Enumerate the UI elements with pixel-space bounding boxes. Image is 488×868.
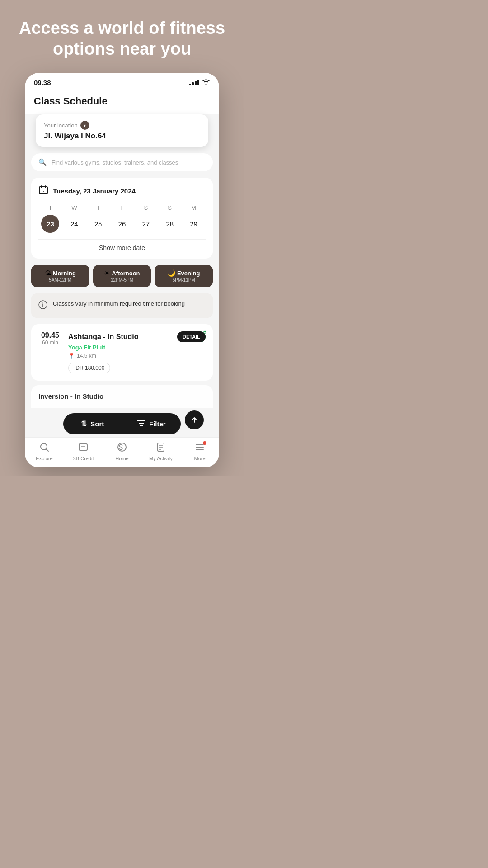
phone-frame: 09.38 Class Schedule	[25, 73, 219, 467]
class-card: 09.45 60 min Ashtanga - In Studio ✦	[31, 324, 213, 381]
explore-icon	[39, 442, 49, 454]
evening-label: Evening	[177, 270, 200, 277]
svg-rect-18	[158, 443, 164, 451]
explore-label: Explore	[36, 456, 52, 461]
date-item-28[interactable]: 28	[161, 215, 179, 233]
nav-item-sb-credit[interactable]: SB Credit	[67, 442, 99, 461]
day-label: S	[137, 204, 155, 211]
time-filters: 🌤 Morning 5AM-12PM ☀ Afternoon 12PM-5PM …	[31, 265, 213, 287]
sort-icon: ⇅	[81, 420, 87, 428]
day-label: T	[89, 204, 107, 211]
filter-button[interactable]: Filter	[122, 414, 181, 434]
morning-filter[interactable]: 🌤 Morning 5AM-12PM	[31, 265, 89, 287]
svg-rect-13	[79, 444, 87, 450]
svg-point-4	[43, 191, 44, 192]
svg-line-12	[47, 449, 49, 452]
more-icon	[195, 442, 205, 454]
more-label: More	[194, 456, 205, 461]
morning-icon: 🌤	[45, 269, 51, 277]
show-more-date-button[interactable]: Show more date	[38, 239, 206, 251]
detail-button[interactable]: DETAIL	[177, 331, 206, 342]
evening-icon: 🌙	[168, 269, 175, 277]
chevron-down-icon: ▾	[80, 121, 89, 130]
morning-range: 5AM-12PM	[49, 278, 71, 283]
class-distance: 14.5 km	[77, 353, 96, 359]
nav-item-explore[interactable]: Explore	[28, 442, 60, 461]
class-time-col: 09.45 60 min	[38, 331, 62, 373]
sb-credit-icon	[78, 442, 88, 454]
sb-credit-label: SB Credit	[72, 456, 94, 461]
my-activity-icon	[156, 442, 166, 454]
status-bar: 09.38	[25, 73, 219, 90]
next-class-partial: Inversion - In Studio	[31, 385, 213, 408]
date-item-29[interactable]: 29	[184, 215, 202, 233]
date-item-25[interactable]: 25	[89, 215, 107, 233]
location-pin-icon: 📍	[68, 353, 75, 359]
info-banner: Classes vary in minimum required time fo…	[31, 293, 213, 318]
afternoon-range: 12PM-5PM	[111, 278, 133, 283]
bottom-nav: Explore SB Credit $	[25, 437, 219, 467]
hero-title: Access a world of fitness options near y…	[0, 18, 244, 59]
date-item-23[interactable]: 23	[41, 215, 59, 233]
main-content: 🔍 Find various gyms, studios, trainers, …	[25, 147, 219, 437]
dates-row: 23 24 25 26 27 28 29	[38, 215, 206, 233]
home-icon: $	[117, 442, 127, 454]
afternoon-icon: ☀	[104, 269, 110, 277]
class-location: 📍 14.5 km	[68, 353, 206, 359]
nav-item-my-activity[interactable]: My Activity	[145, 442, 177, 461]
svg-point-7	[42, 303, 43, 304]
day-label: T	[41, 204, 59, 211]
days-row: T W T F S S M	[38, 204, 206, 211]
filter-label: Filter	[149, 420, 166, 428]
date-item-24[interactable]: 24	[65, 215, 83, 233]
afternoon-filter[interactable]: ☀ Afternoon 12PM-5PM	[93, 265, 151, 287]
status-time: 09.38	[34, 79, 51, 86]
page-title: Class Schedule	[34, 95, 108, 107]
location-address: Jl. Wijaya I No.64	[44, 132, 200, 141]
evening-range: 5PM-11PM	[173, 278, 195, 283]
nav-item-more[interactable]: More	[184, 442, 216, 461]
filter-icon	[137, 420, 145, 428]
search-icon: 🔍	[38, 158, 47, 166]
signal-icon	[189, 80, 199, 85]
class-duration: 60 min	[42, 340, 58, 346]
search-input[interactable]: Find various gyms, studios, trainers, an…	[52, 159, 178, 166]
day-label: W	[65, 204, 83, 211]
date-header: Tuesday, 23 January 2024	[38, 185, 206, 197]
nav-item-home[interactable]: $ Home	[106, 442, 138, 461]
hero-section: Access a world of fitness options near y…	[0, 0, 244, 476]
my-activity-label: My Activity	[149, 456, 173, 461]
class-time: 09.45	[41, 331, 59, 340]
morning-label: Morning	[53, 270, 76, 277]
info-icon	[38, 300, 47, 311]
next-class-name: Inversion - In Studio	[38, 392, 103, 400]
sort-label: Sort	[90, 420, 104, 428]
date-item-27[interactable]: 27	[137, 215, 155, 233]
location-bar[interactable]: Your location ▾ Jl. Wijaya I No.64	[36, 114, 208, 147]
scroll-up-button[interactable]	[185, 410, 204, 429]
location-label: Your location ▾	[44, 121, 200, 130]
class-studio: Yoga Fit Pluit	[68, 344, 206, 351]
search-bar[interactable]: 🔍 Find various gyms, studios, trainers, …	[31, 153, 213, 171]
status-icons	[189, 78, 210, 86]
afternoon-label: Afternoon	[112, 270, 140, 277]
sort-filter-bar: ⇅ Sort Filter	[63, 413, 181, 434]
day-label: F	[113, 204, 131, 211]
evening-filter[interactable]: 🌙 Evening 5PM-11PM	[155, 265, 213, 287]
selected-date: Tuesday, 23 January 2024	[53, 187, 136, 195]
date-section: Tuesday, 23 January 2024 T W T F S S M 2…	[31, 178, 213, 259]
class-price: IDR 180.000	[68, 363, 110, 373]
date-item-26[interactable]: 26	[113, 215, 131, 233]
home-label: Home	[115, 456, 128, 461]
wifi-icon	[202, 78, 210, 86]
app-header: Class Schedule	[25, 90, 219, 114]
class-name: Ashtanga - In Studio	[68, 333, 139, 341]
sort-button[interactable]: ⇅ Sort	[63, 413, 122, 434]
svg-rect-0	[39, 187, 47, 194]
calendar-icon	[38, 185, 48, 197]
day-label: M	[184, 204, 202, 211]
info-text: Classes vary in minimum required time fo…	[53, 300, 185, 308]
day-label: S	[161, 204, 179, 211]
